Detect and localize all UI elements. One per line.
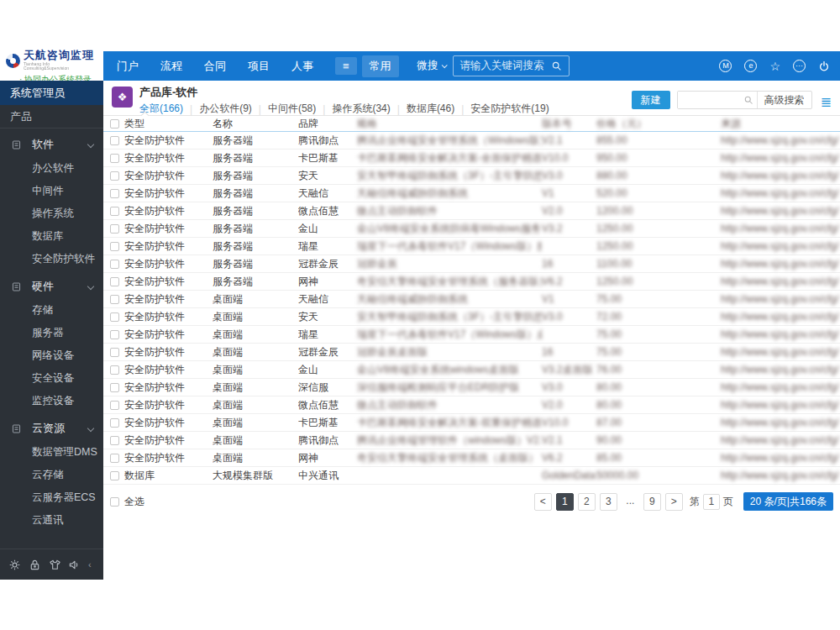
row-checkbox[interactable] xyxy=(110,224,119,234)
column-header-version: 版本号 xyxy=(542,117,596,131)
nav-item[interactable]: 流程 xyxy=(160,59,182,74)
sidebar-item[interactable]: 中间件 xyxy=(0,180,103,202)
sidebar-item[interactable]: 云存储 xyxy=(0,464,103,486)
table-row[interactable]: 数据库大规模集群版中兴通讯GoldenData s...50000.00http… xyxy=(103,467,840,485)
cell-spec: 安天智甲终端防御系统（3F）-主引擎防恶意 xyxy=(357,169,542,183)
table-row[interactable]: 安全防护软件服务器端瑞星瑞星下一代杀毒软件V17（Windows版）服务器版12… xyxy=(103,238,840,255)
table-row[interactable]: 安全防护软件服务器端天融信天融信终端威胁防御系统V1520.00http://w… xyxy=(103,185,840,202)
page-jump-input[interactable]: 1 xyxy=(703,494,720,510)
sidebar-item[interactable]: 操作系统 xyxy=(0,202,103,225)
sidebar-group-0[interactable]: 软件 xyxy=(0,132,103,157)
nav-item[interactable]: 合同 xyxy=(204,59,226,74)
select-all-header-checkbox[interactable] xyxy=(110,119,119,129)
prev-page-button[interactable]: < xyxy=(534,493,552,511)
tab-6[interactable]: 安全防护软件(19) xyxy=(470,102,549,116)
sidebar-item[interactable]: 云通讯 xyxy=(0,509,103,532)
sidebar-item[interactable]: 云服务器ECS xyxy=(0,486,103,509)
row-checkbox[interactable] xyxy=(110,260,119,269)
select-all-checkbox[interactable] xyxy=(110,497,119,507)
row-checkbox[interactable] xyxy=(110,207,119,216)
row-checkbox[interactable] xyxy=(110,471,119,480)
wesearch-dropdown[interactable]: 微搜 xyxy=(417,59,446,73)
table-row[interactable]: 安全防护软件桌面端微点佰慧微点主动防御软件V2.080.00http://www… xyxy=(103,396,840,414)
table-row[interactable]: 安全防护软件服务器端冠群金辰冠群金辰161100.00http://www.sj… xyxy=(103,255,840,273)
tab-2[interactable]: 办公软件(9) xyxy=(199,102,252,116)
table-row[interactable]: 安全防护软件桌面端网神奇安信天擎终端安全管理系统（桌面版）V6.285.00ht… xyxy=(103,449,840,467)
nav-item[interactable]: 项目 xyxy=(248,59,270,74)
table-row[interactable]: 安全防护软件桌面端冠群金辰冠群金辰桌面版1675.00http://www.sj… xyxy=(103,344,840,361)
table-row[interactable]: 安全防护软件服务器端安天安天智甲终端防御系统（3F）-主引擎防恶意V3.0880… xyxy=(103,167,840,185)
sidebar-item[interactable]: 监控设备 xyxy=(0,390,103,412)
table-row[interactable]: 安全防护软件服务器端微点佰慧微点主动防御软件V2.01200.00http://… xyxy=(103,202,840,220)
page-button-3[interactable]: 3 xyxy=(600,493,617,511)
row-checkbox[interactable] xyxy=(110,154,119,163)
table-row[interactable]: 安全防护软件桌面端瑞星瑞星下一代杀毒软件V17（Windows版）桌面版75.0… xyxy=(103,326,840,344)
global-search-input[interactable]: 请输入关键词搜索 xyxy=(453,55,570,76)
page-button-2[interactable]: 2 xyxy=(578,493,596,511)
next-page-button[interactable]: > xyxy=(665,493,683,511)
sidebar-item[interactable]: 数据库 xyxy=(0,225,103,248)
cell-type: 安全防护软件 xyxy=(124,381,213,395)
table-row[interactable]: 安全防护软件桌面端深信服深信服终端检测响应平台EDR防护版V3.080.00ht… xyxy=(103,379,840,396)
more-circle-icon[interactable]: ··· xyxy=(793,60,806,72)
row-checkbox[interactable] xyxy=(110,295,119,304)
nav-item[interactable]: 门户 xyxy=(117,59,139,74)
page-size-button[interactable]: 20 条/页|共166条 xyxy=(743,492,833,511)
speaker-icon[interactable] xyxy=(68,559,81,571)
sidebar-group-2[interactable]: 云资源 xyxy=(0,416,103,441)
advanced-search-button[interactable]: 高级搜索 xyxy=(757,92,811,108)
table-row[interactable]: 安全防护软件服务器端卡巴斯基卡巴斯基网络安全解决方案-全面保护精选版（KES）.… xyxy=(103,150,840,167)
row-checkbox[interactable] xyxy=(110,189,119,198)
row-checkbox[interactable] xyxy=(110,136,119,145)
table-row[interactable]: 安全防护软件桌面端金山金山V8终端安全系统windows桌面版V3.2桌面版76… xyxy=(103,361,840,379)
sidebar-item[interactable]: 服务器 xyxy=(0,322,103,344)
nav-item-common[interactable]: 常用 xyxy=(362,55,399,77)
collapse-sidebar-icon[interactable]: ‹ xyxy=(88,559,92,570)
row-checkbox[interactable] xyxy=(110,365,119,375)
row-checkbox[interactable] xyxy=(110,171,119,181)
table-search-input[interactable] xyxy=(678,92,743,108)
row-checkbox[interactable] xyxy=(110,383,119,392)
menu-burger-button[interactable]: ≡ xyxy=(335,57,357,75)
row-checkbox[interactable] xyxy=(110,454,119,463)
tab-4[interactable]: 操作系统(34) xyxy=(332,102,390,116)
sidebar-item[interactable]: 安全防护软件 xyxy=(0,248,103,270)
new-button[interactable]: 新建 xyxy=(632,91,670,109)
page-button-9[interactable]: 9 xyxy=(643,493,661,511)
tab-5[interactable]: 数据库(46) xyxy=(407,102,454,116)
table-row[interactable]: 安全防护软件桌面端天融信天融信终端威胁防御系统V175.00http://www… xyxy=(103,291,840,308)
power-icon[interactable] xyxy=(818,60,830,72)
table-row[interactable]: 安全防护软件桌面端腾讯御点腾讯企业终端管理软件（windows版）V2.1V2.… xyxy=(103,432,840,449)
sidebar-item[interactable]: 数据管理DMS xyxy=(0,441,103,464)
table-row[interactable]: 安全防护软件服务器端腾讯御点腾讯企业终端安全管理系统（Windows版）V2.1… xyxy=(103,132,840,150)
nav-item[interactable]: 人事 xyxy=(291,59,313,74)
star-icon[interactable]: ☆ xyxy=(769,60,780,72)
row-checkbox[interactable] xyxy=(110,312,119,322)
sidebar-item[interactable]: 存储 xyxy=(0,299,103,322)
row-checkbox[interactable] xyxy=(110,330,119,339)
m-circle-icon[interactable]: M xyxy=(719,60,732,72)
table-row[interactable]: 安全防护软件桌面端安天安天智甲终端防御系统（3F）-主引擎防恶意V3.072.0… xyxy=(103,308,840,326)
sidebar-item[interactable]: 安全设备 xyxy=(0,367,103,390)
sidebar-section-product[interactable]: 产品 xyxy=(0,105,103,129)
sidebar-item[interactable]: 网络设备 xyxy=(0,344,103,367)
row-checkbox[interactable] xyxy=(110,418,119,428)
row-checkbox[interactable] xyxy=(110,348,119,357)
row-checkbox[interactable] xyxy=(110,436,119,445)
sidebar-item[interactable]: 办公软件 xyxy=(0,157,103,180)
row-checkbox[interactable] xyxy=(110,277,119,286)
row-checkbox[interactable] xyxy=(110,242,119,251)
page-button-1[interactable]: 1 xyxy=(556,493,574,511)
cell-version: V3.0 xyxy=(542,170,596,181)
table-row[interactable]: 安全防护软件服务器端网神奇安信天擎终端安全管理系统（服务器版）V6.21250.… xyxy=(103,273,840,291)
shirt-icon[interactable] xyxy=(49,559,61,571)
gear-icon[interactable] xyxy=(8,559,21,571)
list-view-toggle-icon[interactable]: ≣ xyxy=(821,96,832,109)
lock-icon[interactable] xyxy=(29,559,41,571)
table-row[interactable]: 安全防护软件服务器端金山金山V8终端安全系统防病毒Windows服务器版V3.2… xyxy=(103,220,840,238)
row-checkbox[interactable] xyxy=(110,401,119,410)
message-circle-icon[interactable]: e xyxy=(744,60,757,72)
tab-3[interactable]: 中间件(58) xyxy=(268,102,316,116)
sidebar-group-1[interactable]: 硬件 xyxy=(0,274,103,299)
table-row[interactable]: 安全防护软件桌面端卡巴斯基卡巴斯基网络安全解决方案-双重保护精选版（KES）-K… xyxy=(103,414,840,432)
